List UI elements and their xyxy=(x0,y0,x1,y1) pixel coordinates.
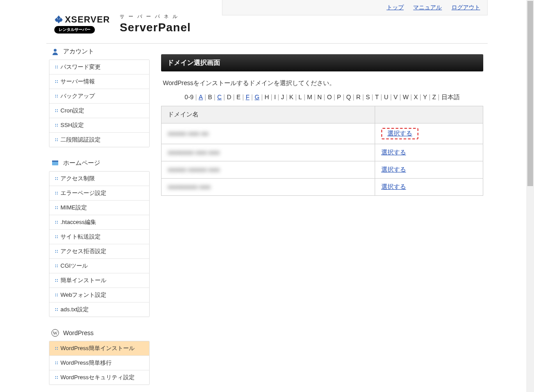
sidebar-item[interactable]: ads.txt設定 xyxy=(49,302,149,317)
brand-badge: レンタルサーバー xyxy=(54,26,95,34)
brand-logo: XSERVER レンタルサーバー xyxy=(54,15,110,34)
alpha-letter: D xyxy=(227,93,231,101)
alpha-letter: I xyxy=(274,93,276,101)
select-domain-link[interactable]: 選択する xyxy=(381,166,406,173)
sidebar-item[interactable]: WordPress簡単移行 xyxy=(49,356,149,370)
table-row: ■■■■■ ■■■■■ ■■■選択する xyxy=(162,161,483,179)
select-domain-link[interactable]: 選択する xyxy=(381,183,406,190)
wordpress-icon: W xyxy=(51,329,60,337)
panel-title-ruby: サーバーパネル xyxy=(120,13,191,20)
alpha-letter: X xyxy=(414,93,417,101)
sidebar-item[interactable]: CGIツール xyxy=(49,259,149,273)
sidebar-item[interactable]: .htaccess編集 xyxy=(49,215,149,230)
action-cell: 選択する xyxy=(375,161,483,179)
sidebar-section-label: ホームページ xyxy=(63,159,100,167)
alpha-letter-link[interactable]: A xyxy=(199,93,203,101)
brand-name: XSERVER xyxy=(65,15,110,25)
table-row: ■■■■■■■■ ■■■選択する xyxy=(162,179,483,196)
xserver-logo-icon xyxy=(54,15,63,24)
alpha-letter-link[interactable]: F xyxy=(246,93,250,101)
alpha-letter: O xyxy=(327,93,332,101)
sidebar-item[interactable]: 簡単インストール xyxy=(49,273,149,288)
sidebar-item[interactable]: WordPress簡単インストール xyxy=(49,341,149,356)
table-row: ■■■■■■■ ■■■ ■■■選択する xyxy=(162,144,483,161)
alpha-letter: V xyxy=(394,93,398,101)
select-domain-link[interactable]: 選択する xyxy=(381,149,406,156)
alpha-letter: P xyxy=(337,93,341,101)
top-link-logout[interactable]: ログアウト xyxy=(451,4,480,11)
sidebar-item[interactable]: MIME設定 xyxy=(49,201,149,215)
sidebar-item[interactable]: Webフォント設定 xyxy=(49,288,149,302)
domain-cell: ■■■■■■■■ ■■■ xyxy=(162,179,375,196)
sidebar-section-wordpress: W WordPress xyxy=(46,325,152,341)
alpha-letter: U xyxy=(384,93,388,101)
domain-cell: ■■■■■ ■■■ ■■ xyxy=(162,123,375,144)
action-cell: 選択する xyxy=(375,144,483,161)
alpha-letter: J xyxy=(281,93,284,101)
alpha-letter: R xyxy=(356,93,361,101)
top-links: トップ マニュアル ログアウト xyxy=(222,0,488,15)
alpha-letter: Q xyxy=(346,93,351,101)
vertical-scrollbar[interactable]: ▲ xyxy=(526,0,534,392)
table-header-action xyxy=(375,106,483,123)
table-row: ■■■■■ ■■■ ■■選択する xyxy=(162,123,483,144)
header: XSERVER レンタルサーバー サーバーパネル ServerPanel トップ… xyxy=(46,0,488,44)
sidebar-item[interactable]: パスワード変更 xyxy=(49,60,149,75)
alpha-letter: K xyxy=(289,93,293,101)
svg-point-4 xyxy=(54,49,56,52)
alpha-filter-row: 0-9|A|B|C|D|E|F|G|H|I|J|K|L|M|N|O|P|Q|R|… xyxy=(161,93,483,106)
alpha-prefix: 0-9 xyxy=(184,93,193,101)
alpha-letter: L xyxy=(298,93,302,101)
alpha-letter: B xyxy=(208,93,212,101)
page-title: ドメイン選択画面 xyxy=(161,54,483,71)
alpha-letter: M xyxy=(307,93,312,101)
action-cell: 選択する xyxy=(375,179,483,196)
alpha-letter: S xyxy=(366,93,370,101)
domain-table: ドメイン名 ■■■■■ ■■■ ■■選択する■■■■■■■ ■■■ ■■■選択す… xyxy=(161,106,483,196)
highlighted-select: 選択する xyxy=(381,128,418,139)
sidebar-item[interactable]: バックアップ xyxy=(49,89,149,104)
sidebar-item[interactable]: サイト転送設定 xyxy=(49,230,149,244)
table-header-domain: ドメイン名 xyxy=(162,106,375,123)
sidebar-item[interactable]: 二段階認証設定 xyxy=(49,133,149,147)
alpha-letter: H xyxy=(264,93,269,101)
main-content: ドメイン選択画面 WordPressをインストールするドメインを選択してください… xyxy=(152,44,488,392)
page-description: WordPressをインストールするドメインを選択してください。 xyxy=(161,71,483,93)
sidebar-item[interactable]: WordPressセキュリティ設定 xyxy=(49,370,149,385)
alpha-letter: E xyxy=(237,93,241,101)
sidebar-section-label: アカウント xyxy=(63,48,94,56)
sidebar-item[interactable]: アクセス拒否設定 xyxy=(49,244,149,259)
svg-rect-6 xyxy=(52,161,58,162)
alpha-letter: T xyxy=(375,93,379,101)
sidebar-section-label: WordPress xyxy=(63,329,94,336)
alpha-letter: W xyxy=(403,93,409,101)
account-icon xyxy=(51,47,60,56)
action-cell: 選択する xyxy=(375,123,483,144)
sidebar-item[interactable]: アクセス制限 xyxy=(49,172,149,186)
sidebar: アカウント パスワード変更サーバー情報バックアップCron設定SSH設定二段階認… xyxy=(46,44,152,392)
alpha-letter: Z xyxy=(432,93,436,101)
select-domain-link[interactable]: 選択する xyxy=(387,130,412,137)
sidebar-item[interactable]: SSH設定 xyxy=(49,118,149,133)
alpha-letter: N xyxy=(317,93,322,101)
sidebar-item[interactable]: サーバー情報 xyxy=(49,75,149,89)
sidebar-item[interactable]: エラーページ設定 xyxy=(49,186,149,201)
sidebar-item[interactable]: Cron設定 xyxy=(49,104,149,118)
domain-cell: ■■■■■ ■■■■■ ■■■ xyxy=(162,161,375,179)
sidebar-section-account: アカウント xyxy=(46,44,152,60)
alpha-letter-link[interactable]: G xyxy=(255,93,259,101)
alpha-suffix: 日本語 xyxy=(441,93,460,101)
sidebar-section-homepage: ホームページ xyxy=(46,155,152,171)
alpha-letter: Y xyxy=(423,93,427,101)
top-link-manual[interactable]: マニュアル xyxy=(413,4,442,11)
svg-text:W: W xyxy=(53,330,58,336)
panel-title: ServerPanel xyxy=(120,21,191,34)
alpha-letter-link[interactable]: C xyxy=(217,93,222,101)
scrollbar-thumb[interactable] xyxy=(527,1,533,186)
domain-cell: ■■■■■■■ ■■■ ■■■ xyxy=(162,144,375,161)
homepage-icon xyxy=(51,159,60,168)
top-link-top[interactable]: トップ xyxy=(387,4,404,11)
